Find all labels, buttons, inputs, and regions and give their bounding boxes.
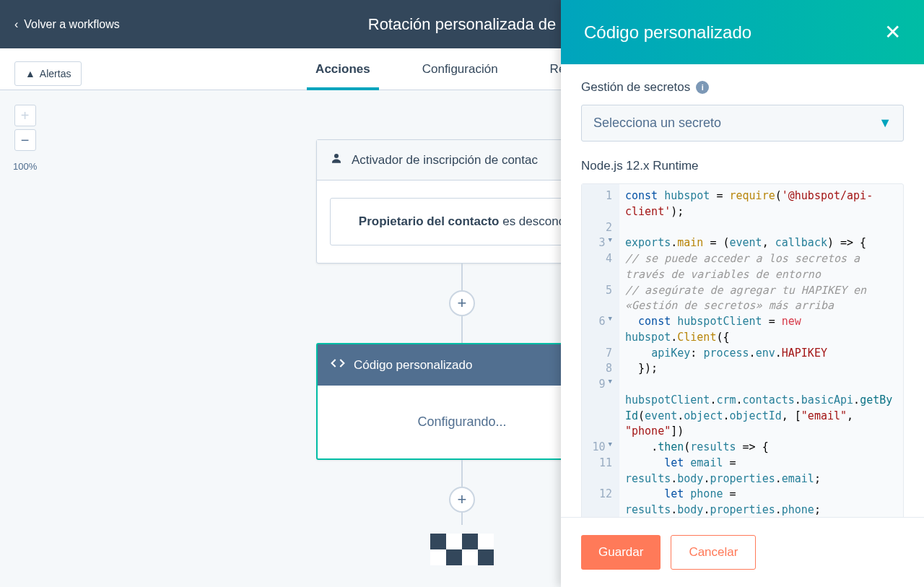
condition-field: Propietario del contacto (359, 214, 500, 228)
panel-header: Código personalizado ✕ (561, 0, 924, 64)
zoom-level: 100% (13, 161, 37, 172)
tab-actions[interactable]: Acciones (307, 48, 379, 90)
back-link[interactable]: ‹ Volver a workflows (14, 18, 120, 31)
trigger-card-title: Activador de inscripción de contac (352, 153, 538, 168)
alert-icon: ▲ (25, 68, 35, 79)
code-icon (331, 356, 345, 374)
zoom-in-button[interactable]: + (14, 105, 36, 126)
chevron-down-icon: ▼ (879, 116, 892, 131)
info-icon[interactable]: i (696, 81, 709, 94)
secrets-label-text: Gestión de secretos (581, 80, 690, 95)
alerts-button[interactable]: ▲ Alertas (14, 61, 82, 86)
back-label: Volver a workflows (24, 18, 120, 31)
panel-footer: Guardar Cancelar (561, 517, 924, 587)
panel-body: Gestión de secretos i Selecciona un secr… (561, 64, 924, 517)
cancel-button[interactable]: Cancelar (671, 535, 756, 570)
connector (461, 316, 463, 343)
alerts-label: Alertas (40, 68, 71, 79)
save-button[interactable]: Guardar (581, 535, 661, 570)
chevron-left-icon: ‹ (14, 18, 18, 31)
svg-point-0 (334, 154, 339, 158)
secrets-select[interactable]: Selecciona un secreto ▼ (581, 105, 904, 142)
zoom-controls: + − 100% (13, 105, 37, 172)
add-action-button[interactable]: + (449, 487, 475, 513)
connector (461, 512, 463, 525)
connector (461, 460, 463, 487)
connector (461, 264, 463, 291)
condition-value: es descono (499, 214, 565, 228)
runtime-label: Node.js 12.x Runtime (581, 159, 904, 173)
close-icon[interactable]: ✕ (884, 20, 901, 44)
trigger-condition[interactable]: Propietario del contacto es descono (330, 198, 594, 245)
person-icon (330, 152, 343, 168)
secrets-label: Gestión de secretos i (581, 80, 904, 95)
side-panel: Código personalizado ✕ Gestión de secret… (561, 0, 924, 587)
add-action-button[interactable]: + (449, 290, 475, 316)
code-editor[interactable]: 1const hubspot = require('@hubspot/api-c… (581, 183, 904, 517)
tab-config[interactable]: Configuración (414, 48, 507, 90)
panel-title: Código personalizado (584, 22, 751, 43)
select-placeholder: Selecciona un secreto (593, 116, 721, 131)
custom-code-card-title: Código personalizado (354, 358, 472, 373)
page-title: Rotación personalizada de (368, 15, 557, 34)
zoom-out-button[interactable]: − (14, 129, 36, 151)
finish-flag-icon (430, 534, 494, 565)
